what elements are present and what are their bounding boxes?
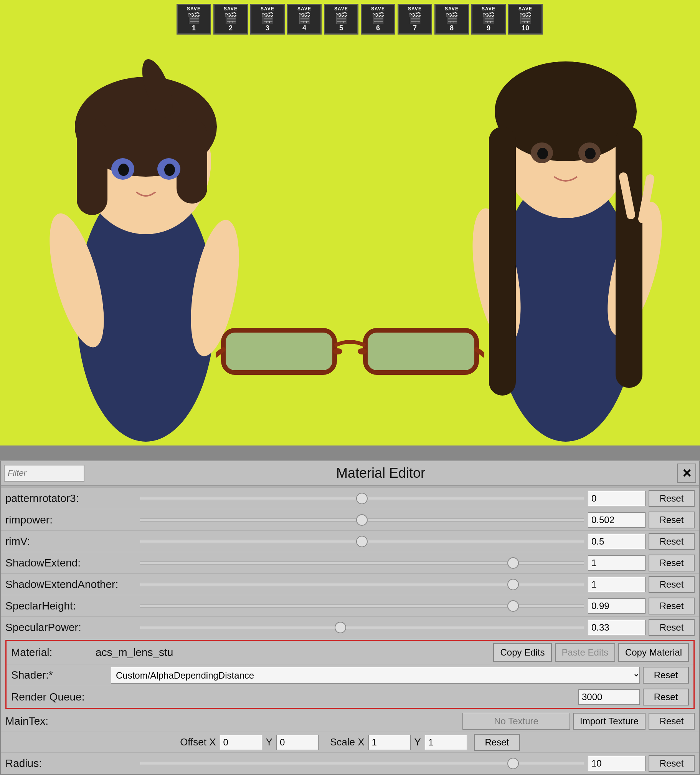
reset-btn-2[interactable]: Reset [649, 533, 695, 550]
svg-point-10 [118, 164, 129, 176]
render-queue-reset-button[interactable]: Reset [643, 689, 689, 705]
material-row: Material: acs_m_lens_stu Copy Edits Past… [7, 641, 693, 664]
value-input-4[interactable] [588, 577, 645, 592]
maintex-row: MainTex: No Texture Import Texture Reset [1, 710, 699, 732]
value-input-3[interactable] [588, 555, 645, 571]
svg-rect-6 [176, 119, 207, 203]
shader-reset-button[interactable]: Reset [643, 667, 689, 684]
svg-rect-17 [489, 127, 516, 396]
copy-material-button[interactable]: Copy Material [618, 643, 689, 662]
offset-scale-reset-button[interactable]: Reset [474, 734, 520, 751]
reset-btn-5[interactable]: Reset [649, 597, 695, 614]
slider-0[interactable] [140, 497, 584, 500]
svg-point-30 [358, 348, 367, 354]
no-texture-button[interactable]: No Texture [463, 713, 570, 730]
offset-y-label: Y [266, 736, 272, 748]
offset-y-input[interactable] [276, 735, 318, 750]
slider-container-4 [136, 583, 588, 586]
property-row-2: rimV: Reset [1, 531, 699, 552]
render-queue-input[interactable] [578, 689, 640, 705]
svg-point-29 [333, 348, 342, 354]
property-row-4: ShadowExtendAnother: Reset [1, 574, 699, 595]
shader-label: Shader:* [11, 669, 111, 681]
slider-4[interactable] [140, 583, 584, 586]
reset-btn-1[interactable]: Reset [649, 512, 695, 529]
radius-reset-button[interactable]: Reset [649, 755, 695, 772]
filter-input[interactable] [4, 465, 85, 482]
reset-btn-3[interactable]: Reset [649, 555, 695, 572]
scale-y-label: Y [415, 736, 421, 748]
close-button[interactable]: ✕ [677, 464, 696, 483]
radius-value[interactable] [588, 756, 645, 771]
reset-btn-0[interactable]: Reset [649, 490, 695, 507]
scale-x-input[interactable] [368, 735, 411, 750]
paste-edits-button[interactable]: Paste Edits [555, 643, 615, 662]
value-input-5[interactable] [588, 598, 645, 614]
shader-select-container: Custom/AlphaDependingDistance [111, 667, 640, 684]
property-row-1: rimpower: Reset [1, 509, 699, 531]
property-row-0: patternrotator3: Reset [1, 488, 699, 509]
shader-select[interactable]: Custom/AlphaDependingDistance [111, 667, 640, 684]
svg-point-11 [164, 164, 175, 176]
svg-rect-26 [365, 330, 477, 373]
maintex-label: MainTex: [5, 715, 90, 727]
svg-point-21 [537, 148, 548, 160]
row-label-4: ShadowExtendAnother: [5, 579, 136, 590]
value-input-6[interactable] [588, 620, 645, 635]
row-label-3: ShadowExtend: [5, 557, 136, 569]
value-input-1[interactable] [588, 512, 645, 528]
svg-point-16 [495, 62, 637, 161]
glasses-prop [216, 315, 484, 384]
slider-container-2 [136, 540, 588, 543]
reset-btn-4[interactable]: Reset [649, 576, 695, 593]
slider-container-3 [136, 562, 588, 565]
row-label-0: patternrotator3: [5, 492, 136, 505]
editor-titlebar: Material Editor ✕ [1, 461, 699, 486]
import-texture-button[interactable]: Import Texture [573, 713, 645, 730]
slider-2[interactable] [140, 540, 584, 543]
svg-rect-18 [615, 127, 642, 388]
render-queue-row: Render Queue: Reset [7, 686, 693, 708]
offset-x-label: Offset X [180, 736, 216, 748]
scene-characters [0, 0, 700, 446]
value-input-2[interactable] [588, 534, 645, 549]
offset-scale-row: Offset X Y Scale X Y Reset [1, 732, 699, 753]
material-name: acs_m_lens_stu [96, 646, 490, 659]
scene-viewport: SAVE🎬1SAVE🎬2SAVE🎬3SAVE🎬4SAVE🎬5SAVE🎬6SAVE… [0, 0, 700, 446]
scale-y-input[interactable] [425, 735, 467, 750]
row-label-1: rimpower: [5, 514, 136, 526]
slider-container-0 [136, 497, 588, 500]
slider-container-6 [136, 626, 588, 629]
scale-x-label: Scale X [330, 736, 365, 748]
reset-btn-6[interactable]: Reset [649, 619, 695, 636]
radius-slider-container [136, 762, 588, 765]
shader-row: Shader:* Custom/AlphaDependingDistance R… [7, 664, 693, 686]
row-label-6: SpecularPower: [5, 621, 136, 634]
value-input-0[interactable] [588, 491, 645, 506]
material-label: Material: [11, 646, 96, 659]
property-rows: patternrotator3: Reset rimpower: Reset r… [1, 488, 699, 638]
material-section: Material: acs_m_lens_stu Copy Edits Past… [5, 640, 695, 709]
property-row-3: ShadowExtend: Reset [1, 552, 699, 574]
radius-label: Radius: [5, 757, 136, 770]
property-row-6: SpecularPower: Reset [1, 617, 699, 638]
maintex-reset-button[interactable]: Reset [649, 713, 695, 730]
row-label-2: rimV: [5, 536, 136, 548]
property-row-5: SpeclarHeight: Reset [1, 595, 699, 617]
svg-point-22 [585, 148, 595, 160]
radius-slider[interactable] [140, 762, 584, 765]
svg-rect-5 [77, 119, 108, 215]
slider-1[interactable] [140, 519, 584, 522]
slider-container-5 [136, 604, 588, 607]
offset-x-input[interactable] [220, 735, 262, 750]
material-editor-panel: Material Editor ✕ patternrotator3: Reset… [0, 460, 700, 775]
character-right [455, 31, 677, 446]
slider-3[interactable] [140, 562, 584, 565]
slider-6[interactable] [140, 626, 584, 629]
copy-edits-button[interactable]: Copy Edits [493, 643, 551, 662]
slider-container-1 [136, 519, 588, 522]
svg-rect-25 [223, 330, 335, 373]
editor-title: Material Editor [85, 465, 677, 481]
slider-5[interactable] [140, 604, 584, 607]
row-label-5: SpeclarHeight: [5, 600, 136, 612]
